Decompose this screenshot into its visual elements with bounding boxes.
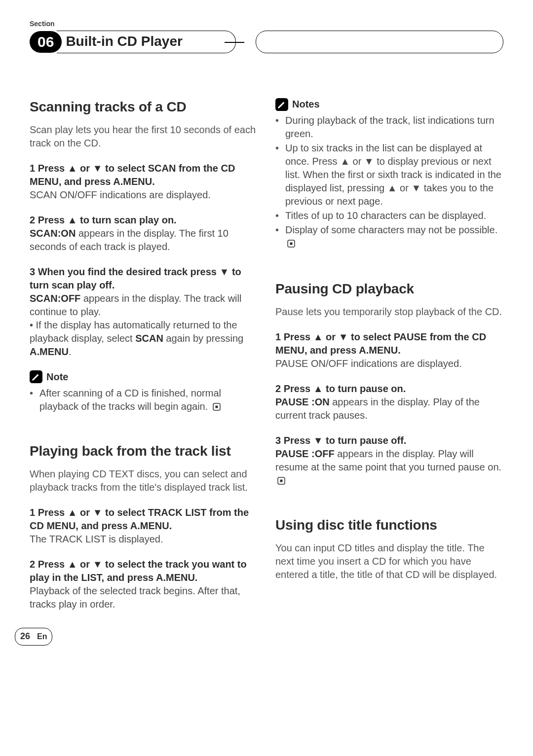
scanning-step-1-lead: 1 Press ▲ or ▼ to select SCAN from the C… [30,162,258,188]
note-bullet: • After scanning of a CD is finished, no… [30,387,258,413]
page: Section 06 Built-in CD Player Scanning t… [0,0,533,662]
notes-label: Notes [292,98,320,111]
pausing-step-1: 1 Press ▲ or ▼ to select PAUSE from the … [275,330,503,370]
scanning-step-3-extra-post: . [69,346,72,357]
bullet-dot: • [275,223,281,250]
scanning-step-3-extra: • If the display has automatically retur… [30,319,258,359]
notes-text-4-content: Display of some characters may not be po… [285,224,497,235]
tracklist-step-1: 1 Press ▲ or ▼ to select TRACK LIST from… [30,506,258,546]
notes-text-1: During playback of the track, list indic… [285,114,503,141]
pausing-step-2-lead: 2 Press ▲ to turn pause on. [275,382,503,396]
svg-rect-7 [280,479,283,482]
scanning-step-2-body: SCAN:ON appears in the display. The firs… [30,227,258,253]
content-columns: Scanning tracks of a CD Scan play lets y… [30,98,503,623]
tracklist-step-2-body: Playback of the selected track begins. A… [30,584,258,611]
page-number: 26 [20,631,30,642]
pausing-step-3-body: PAUSE :OFF appears in the display. Play … [275,447,503,487]
pausing-step-1-lead: 1 Press ▲ or ▼ to select PAUSE from the … [275,330,503,357]
pausing-step-3-lead: 3 Press ▼ to turn pause off. [275,434,503,447]
pausing-step-2: 2 Press ▲ to turn pause on. PAUSE :ON ap… [275,382,503,422]
right-column: Notes • During playback of the track, li… [275,98,503,623]
tracklist-step-2-lead: 2 Press ▲ or ▼ to select the track you w… [30,558,258,584]
notes-bullet-3: • Titles of up to 10 characters can be d… [275,209,503,222]
scanning-step-1: 1 Press ▲ or ▼ to select SCAN from the C… [30,162,258,202]
header-capsule [256,31,503,53]
heading-tracklist: Playing back from the track list [30,442,258,461]
scanning-step-3-lead: 3 When you find the desired track press … [30,265,258,292]
notes-text-2: Up to six tracks in the list can be disp… [285,142,503,208]
scan-label: SCAN [135,333,163,344]
scanning-step-2-lead: 2 Press ▲ to turn scan play on. [30,214,258,227]
note-label: Note [46,370,68,384]
tracklist-intro: When playing CD TEXT discs, you can sele… [30,468,258,494]
notes-bullet-2: • Up to six tracks in the list can be di… [275,142,503,208]
tracklist-step-1-body: The TRACK LIST is displayed. [30,533,258,546]
note-text: After scanning of a CD is finished, norm… [39,387,258,413]
end-icon [277,475,286,484]
svg-rect-2 [215,405,218,408]
pause-off-label: PAUSE :OFF [275,448,335,459]
page-lang: En [37,632,47,641]
pause-on-label: PAUSE :ON [275,396,330,407]
pencil-icon [275,98,288,111]
heading-titles: Using disc title functions [275,516,503,535]
notes-bullet-4: • Display of some characters may not be … [275,223,503,250]
tracklist-step-1-lead: 1 Press ▲ or ▼ to select TRACK LIST from… [30,506,258,533]
scan-off-label: SCAN:OFF [30,293,80,304]
bullet-dot: • [30,387,36,413]
end-icon [213,401,222,410]
scanning-intro: Scan play lets you hear the first 10 sec… [30,123,258,150]
chapter-title: Built-in CD Player [57,31,236,53]
heading-scanning: Scanning tracks of a CD [30,98,258,116]
scanning-step-3-body: SCAN:OFF appears in the display. The tra… [30,292,258,319]
page-number-pill: 26 En [15,628,52,646]
left-column: Scanning tracks of a CD Scan play lets y… [30,98,258,623]
tracklist-step-2: 2 Press ▲ or ▼ to select the track you w… [30,558,258,611]
scanning-step-3: 3 When you find the desired track press … [30,265,258,359]
pausing-step-3: 3 Press ▼ to turn pause off. PAUSE :OFF … [275,434,503,487]
section-header: 06 Built-in CD Player [30,31,503,53]
amenu-label: A.MENU [30,346,69,357]
heading-pausing: Pausing CD playback [275,280,503,298]
bullet-dot: • [275,209,281,222]
pencil-icon [30,370,42,383]
pausing-step-1-body: PAUSE ON/OFF indications are displayed. [275,357,503,370]
end-icon [287,238,296,247]
scanning-step-3-extra-mid: again by pressing [163,333,243,344]
pausing-intro: Pause lets you temporarily stop playback… [275,305,503,319]
titles-intro: You can input CD titles and display the … [275,541,503,581]
scanning-step-2: 2 Press ▲ to turn scan play on. SCAN:ON … [30,214,258,253]
bullet-dot: • [275,142,281,208]
pausing-step-2-body: PAUSE :ON appears in the display. Play o… [275,396,503,422]
scanning-step-1-body: SCAN ON/OFF indications are displayed. [30,188,258,202]
bullet-dot: • [275,114,281,141]
notes-header: Notes [275,98,503,111]
notes-bullet-1: • During playback of the track, list ind… [275,114,503,141]
notes-text-4: Display of some characters may not be po… [285,223,503,250]
notes-text-3: Titles of up to 10 characters can be dis… [285,209,486,222]
scan-on-label: SCAN:ON [30,228,76,239]
svg-rect-5 [290,243,293,245]
note-header: Note [30,370,258,384]
note-text-content: After scanning of a CD is finished, norm… [39,388,221,412]
section-label: Section [30,20,503,28]
